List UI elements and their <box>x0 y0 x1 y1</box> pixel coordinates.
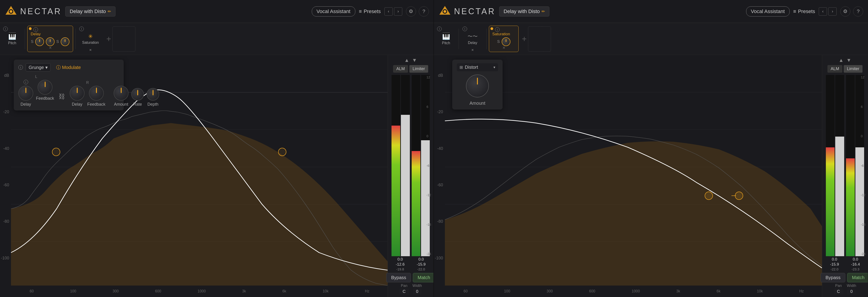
sat-label-left: Saturation <box>82 40 99 45</box>
db-m24-left: -24 <box>427 252 431 256</box>
meter-val-l-mid: -12.6 <box>396 262 405 267</box>
pan-value-left[interactable]: C <box>400 289 409 295</box>
sat-controls-right: S <box>497 37 510 46</box>
db-label-m60: -60 <box>0 183 11 187</box>
limiter-btn-left[interactable]: Limiter <box>409 65 428 72</box>
pitch-module-right[interactable]: i 🎹 Pitch <box>436 25 456 53</box>
alm-btn-left[interactable]: ALM <box>393 65 408 72</box>
delay-close-left[interactable]: ✕ <box>49 46 52 50</box>
nav-prev-left[interactable]: ‹ <box>384 7 393 16</box>
sat-star-left: ✳ <box>88 33 93 40</box>
meter-arrow-down-left[interactable]: ▼ <box>412 57 417 63</box>
delay-info-right[interactable]: i <box>463 27 467 31</box>
delay-s-label-left: S <box>31 39 33 44</box>
bypass-btn-left[interactable]: Bypass <box>386 273 411 282</box>
delay-r-knob[interactable] <box>70 86 85 100</box>
presets-btn-right[interactable]: ≡ Presets <box>793 8 815 14</box>
meter-val-l-top: 0.0 <box>398 257 403 262</box>
sat-knob-right[interactable] <box>502 37 510 46</box>
vocal-assistant-btn-left[interactable]: Vocal Assistant <box>312 6 355 17</box>
sep-1-right <box>459 29 459 49</box>
bypass-btn-right[interactable]: Bypass <box>820 273 845 282</box>
meter-arrow-up-left[interactable]: ▲ <box>404 57 409 63</box>
settings-icon-left[interactable]: ⚙ <box>406 6 416 17</box>
depth-knob[interactable] <box>147 88 159 100</box>
match-btn-right[interactable]: Match <box>847 273 868 282</box>
sat-s-right: S <box>497 39 500 44</box>
eq-node-1-right[interactable] <box>705 191 713 200</box>
add-module-right[interactable]: + <box>522 34 527 44</box>
sat-info-left[interactable]: i <box>79 27 84 31</box>
nav-next-right[interactable]: › <box>828 7 837 16</box>
delay-module-right[interactable]: i 〜〜 Delay ✕ <box>461 25 484 53</box>
delay-knob-2-left[interactable] <box>46 37 55 46</box>
sep-1-left <box>25 29 25 49</box>
limiter-btn-right[interactable]: Limiter <box>844 65 863 72</box>
app-title-left: NECTAR <box>20 7 62 16</box>
add-module-left[interactable]: + <box>106 34 111 44</box>
sep-2-right <box>486 29 487 49</box>
delay-l-knob[interactable] <box>18 86 33 100</box>
delay-module-left[interactable]: i Delay S S ✕ <box>27 26 73 52</box>
rate-knob[interactable] <box>131 88 144 100</box>
help-icon-left[interactable]: ? <box>419 6 429 17</box>
distort-amount-knob[interactable] <box>466 75 489 97</box>
pitch-label-right: Pitch <box>442 41 450 45</box>
width-value-left[interactable]: 0 <box>413 289 422 295</box>
menu-icon-left: ≡ <box>359 8 362 14</box>
pitch-info-right[interactable]: i <box>437 27 442 31</box>
pitch-icon-right: 🎹 <box>442 33 450 40</box>
feedback-r-knob[interactable] <box>89 86 104 100</box>
feedback-l-label: Feedback <box>36 96 54 101</box>
pitch-module-left[interactable]: i 🎹 Pitch <box>2 25 23 53</box>
sat-info-right[interactable]: i <box>495 27 500 32</box>
nav-next-left[interactable]: › <box>394 7 402 16</box>
delay-l-info[interactable]: i <box>24 80 28 84</box>
preset-name-btn-right[interactable]: Delay with Disto ✏ <box>499 6 549 17</box>
eq-node-2-right[interactable] <box>735 191 743 200</box>
meter-arrow-down-right[interactable]: ▼ <box>846 57 851 63</box>
freq-10k: 10k <box>322 289 329 293</box>
eq-node-2-left[interactable] <box>278 148 286 156</box>
delay-controls-left: S S <box>31 37 70 46</box>
freq-labels-left: 60 100 300 600 1000 3k 6k 10k Hz <box>11 288 388 295</box>
meter-l-fill-1 <box>392 126 400 256</box>
svg-point-11 <box>443 10 446 13</box>
meter-arrow-up-right[interactable]: ▲ <box>839 57 844 63</box>
meter-val-r-bot: -22.0 <box>417 267 425 271</box>
modulate-btn-left[interactable]: ⓘ Modulate <box>56 64 81 70</box>
delay-knob-3-left[interactable] <box>61 37 69 46</box>
match-btn-left[interactable]: Match <box>413 273 433 282</box>
meter-val-group-r: 0.0 -15.9 -22.0 <box>417 257 426 271</box>
meter-rval-r-top: 0.0 <box>852 257 858 262</box>
feedback-l-knob[interactable] <box>37 80 53 95</box>
logo-icon-left <box>5 5 18 18</box>
settings-icon-right[interactable]: ⚙ <box>840 6 850 17</box>
delay-knob-1-left[interactable] <box>35 37 44 46</box>
help-icon-right[interactable]: ? <box>853 6 863 17</box>
amount-knob[interactable] <box>114 86 128 100</box>
width-label-left: Width <box>412 284 422 288</box>
vocal-assistant-btn-right[interactable]: Vocal Assistant <box>746 6 789 17</box>
link-icon-left[interactable]: ⛓ <box>59 93 65 100</box>
saturation-module-right[interactable]: i Saturation S ✕ <box>489 26 519 52</box>
module-strip-right: i 🎹 Pitch i 〜〜 Delay ✕ i Saturation S ✕ … <box>434 23 868 55</box>
saturation-module-left[interactable]: i ✳ Saturation ✕ <box>78 25 103 53</box>
distort-panel-right: ⊞ Distort ▾ Amount <box>452 60 503 110</box>
sat-bypass-left: ✕ <box>89 48 92 52</box>
alm-btn-right[interactable]: ALM <box>828 65 842 72</box>
eq-node-1-left[interactable] <box>52 148 60 156</box>
pitch-info-left[interactable]: i <box>3 27 8 31</box>
preset-name-btn-left[interactable]: Delay with Disto ✏ <box>65 6 116 17</box>
nav-prev-right[interactable]: ‹ <box>819 7 827 16</box>
delay-panel-info-left[interactable]: i <box>18 65 23 70</box>
width-value-right[interactable]: 0 <box>847 289 856 295</box>
meter-rl-bar-2 <box>835 75 844 256</box>
pan-value-right[interactable]: C <box>834 289 843 295</box>
sat-close-right[interactable]: ✕ <box>502 46 505 50</box>
delay-info-left[interactable]: i <box>33 27 38 32</box>
app-title-right: NECTAR <box>454 7 496 16</box>
meter-rr-fill-1 <box>846 158 855 256</box>
presets-btn-left[interactable]: ≡ Presets <box>359 8 381 14</box>
grunge-dropdown-left[interactable]: Grunge ▾ <box>26 63 51 71</box>
